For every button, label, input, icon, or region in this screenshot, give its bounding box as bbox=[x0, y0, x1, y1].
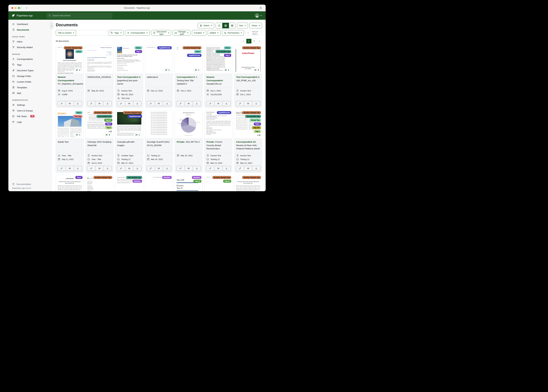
tag-pill[interactable]: Another Sample Tag bbox=[94, 111, 112, 114]
download-document-button[interactable] bbox=[74, 166, 82, 171]
select-dropdown-button[interactable]: Select bbox=[198, 23, 214, 28]
download-document-button[interactable] bbox=[103, 101, 112, 106]
tag-pill[interactable]: Partial Tag bbox=[250, 119, 261, 122]
global-search[interactable] bbox=[47, 13, 112, 18]
view-details-button[interactable] bbox=[229, 23, 235, 28]
document-card[interactable]: French Country BreadFor the Leaven1 heap… bbox=[204, 110, 232, 173]
document-preview[interactable]: one,1.0five,5.0Another Sample TagInboxTa… bbox=[175, 45, 202, 74]
sidebar-item-logs[interactable]: Logs bbox=[8, 119, 52, 125]
sidebar-item-templates[interactable]: Templates bbox=[8, 84, 52, 90]
next-page-button[interactable]: » bbox=[257, 39, 262, 43]
document-preview[interactable]: ✳ BANK OF SCOTLANDBank of Scotland · 108… bbox=[86, 45, 113, 74]
document-title[interactable]: Test Correspondent 1: [paperless] test p… bbox=[115, 74, 143, 88]
download-document-button[interactable] bbox=[163, 166, 171, 171]
document-card[interactable]: This is a testAnother Sample TagTag 12 bbox=[204, 175, 232, 191]
document-title[interactable]: Test Correspondent 1: UM_PPBE_en_v29 bbox=[234, 74, 262, 88]
edit-document-button[interactable] bbox=[206, 101, 214, 106]
document-title[interactable]: 2sample-pdf-with-images bbox=[115, 139, 143, 153]
filter-text-input[interactable] bbox=[76, 30, 107, 36]
document-title[interactable]: 0004814539_20230531 bbox=[86, 74, 113, 88]
comment-count-badge[interactable]: 1 bbox=[193, 68, 201, 72]
document-preview[interactable]: This is a testAnother Sample TagTag 12 bbox=[205, 175, 232, 191]
preview-document-button[interactable] bbox=[185, 101, 193, 106]
document-card[interactable]: DrylabNWelcome to our first newsletter o… bbox=[56, 110, 84, 173]
document-preview[interactable]: Francja pod rzNAPOLEON BONAPARTEUrodzony… bbox=[56, 45, 83, 74]
view-list-button[interactable] bbox=[216, 23, 222, 28]
preview-document-button[interactable] bbox=[215, 166, 223, 171]
edit-document-button[interactable] bbox=[176, 101, 185, 106]
tag-pill[interactable]: Another Sample Tag bbox=[64, 46, 83, 49]
views-dropdown-button[interactable]: Views bbox=[249, 23, 262, 28]
document-preview[interactable]: Review of Arbitral Awards Shows Swift Re… bbox=[234, 110, 262, 139]
document-preview[interactable]: DrylabNWelcome to our first newsletter o… bbox=[56, 110, 83, 139]
edit-document-button[interactable] bbox=[236, 166, 244, 171]
document-card[interactable]: This is a multi page document. Page 1.Ne… bbox=[145, 175, 173, 191]
page-2-button[interactable]: 2 bbox=[252, 39, 257, 43]
tag-pill[interactable]: TagWithPartial bbox=[217, 111, 231, 114]
document-card[interactable]: Lorem ipsumLorem ipsum dolor sit amet, c… bbox=[56, 175, 84, 191]
download-document-button[interactable] bbox=[193, 166, 201, 171]
document-card[interactable]: Contact Sheet DemoGiven a set of image f… bbox=[115, 175, 143, 191]
minimize-window-button[interactable] bbox=[15, 7, 17, 9]
tag-pill[interactable]: TagWithPartial bbox=[157, 46, 172, 49]
document-card[interactable]: Curabitur bibendum ante urna, sed blandi… bbox=[115, 110, 143, 173]
document-title[interactable]: Private: 2011 BP Pie 2 bbox=[175, 139, 202, 153]
tag-pill[interactable]: Tag 3 bbox=[254, 130, 261, 133]
download-document-button[interactable] bbox=[252, 101, 260, 106]
tag-pill[interactable]: Just another tag bbox=[96, 115, 112, 118]
preview-document-button[interactable] bbox=[215, 101, 223, 106]
document-preview[interactable]: CyberPowerPowerPanel® Business Edition U… bbox=[234, 45, 262, 74]
tag-pill[interactable]: Tag 2 bbox=[135, 50, 142, 53]
document-preview[interactable]: Lorem ipsumLorem ipsum dolor sit amet, c… bbox=[56, 175, 83, 191]
tag-pill[interactable]: Tag 12 bbox=[104, 119, 112, 122]
download-document-button[interactable] bbox=[223, 166, 231, 171]
document-card[interactable]: Patient BP Distribution 2011Isolated Sys… bbox=[175, 110, 202, 173]
share-icon[interactable] bbox=[259, 7, 262, 9]
document-preview[interactable]: French Country BreadFor the Leaven1 heap… bbox=[205, 110, 232, 139]
comment-count-badge[interactable]: 2 bbox=[74, 68, 82, 72]
sidebar-item-users-groups[interactable]: Users & Groups bbox=[8, 108, 52, 113]
sidebar-item-documentation[interactable]: Documentation bbox=[12, 183, 48, 185]
search-mode-dropdown[interactable]: Title & content bbox=[56, 30, 76, 36]
tag-pill[interactable]: Another Sample Tag bbox=[242, 46, 261, 49]
document-title[interactable]: drylab Test bbox=[56, 139, 83, 153]
document-preview[interactable]: Country,Region/State,"City",...TagWithPa… bbox=[145, 45, 173, 74]
tag-pill[interactable]: Another Sample Tag bbox=[183, 46, 202, 49]
tag-pill[interactable]: Tag 2 bbox=[224, 54, 231, 57]
tag-pill[interactable]: Tag 2 bbox=[75, 176, 83, 179]
document-card[interactable]: MEDICAL TEACHERMedical TeacherHas the ne… bbox=[115, 45, 143, 108]
comment-count-badge[interactable]: 6 bbox=[104, 133, 112, 137]
sidebar-item-recently-added[interactable]: Recently Added bbox=[8, 44, 52, 50]
tag-pill[interactable]: Tag 2 bbox=[105, 123, 112, 126]
tag-pill[interactable]: Just another tag bbox=[216, 50, 231, 53]
tag-pill[interactable]: TagWithPartial bbox=[187, 54, 202, 57]
tag-pill[interactable]: Inbox bbox=[224, 46, 231, 49]
tag-pill[interactable]: NewOne bbox=[132, 180, 142, 183]
preview-document-button[interactable] bbox=[95, 166, 103, 171]
comment-count-badge[interactable]: 1 bbox=[74, 133, 82, 137]
comment-count-badge[interactable]: 1 bbox=[134, 133, 142, 137]
download-document-button[interactable] bbox=[133, 101, 141, 106]
document-card[interactable]: This is a test for the double space char… bbox=[145, 110, 173, 173]
tag-pill[interactable]: Tag 3 bbox=[105, 126, 112, 129]
page-1-button[interactable]: 1 bbox=[246, 39, 252, 43]
tag-pill[interactable]: Tag 12 bbox=[223, 180, 231, 183]
document-type-filter-button[interactable]: Document type bbox=[151, 30, 171, 36]
tag-pill[interactable]: Another Sample Tag bbox=[242, 176, 261, 179]
document-card[interactable]: CyberPowerPowerPanel® Business Edition U… bbox=[234, 45, 262, 108]
sidebar-item-custom-fields[interactable]: Custom Fields bbox=[8, 79, 52, 84]
document-title[interactable]: Private: French Country Bread Revised.do… bbox=[205, 139, 232, 153]
document-preview[interactable]: This is a multi page document. Page 1.Ne… bbox=[145, 175, 173, 191]
tag-pill[interactable]: Just another tag bbox=[126, 176, 142, 179]
edit-document-button[interactable] bbox=[87, 166, 95, 171]
sort-dropdown-button[interactable]: Sort bbox=[237, 23, 248, 28]
app-brand[interactable]: Paperless-ngx bbox=[8, 14, 33, 17]
tag-pill[interactable]: NewOne bbox=[192, 176, 202, 179]
comment-count-badge[interactable]: 1 bbox=[223, 68, 231, 72]
tag-pill[interactable]: Another Sample Tag bbox=[242, 111, 261, 114]
download-document-button[interactable] bbox=[252, 166, 260, 171]
tag-pill[interactable]: Inbox bbox=[75, 50, 83, 53]
edit-document-button[interactable] bbox=[206, 166, 214, 171]
edit-document-button[interactable] bbox=[87, 101, 95, 106]
comment-count-badge[interactable]: 1 bbox=[163, 68, 171, 72]
